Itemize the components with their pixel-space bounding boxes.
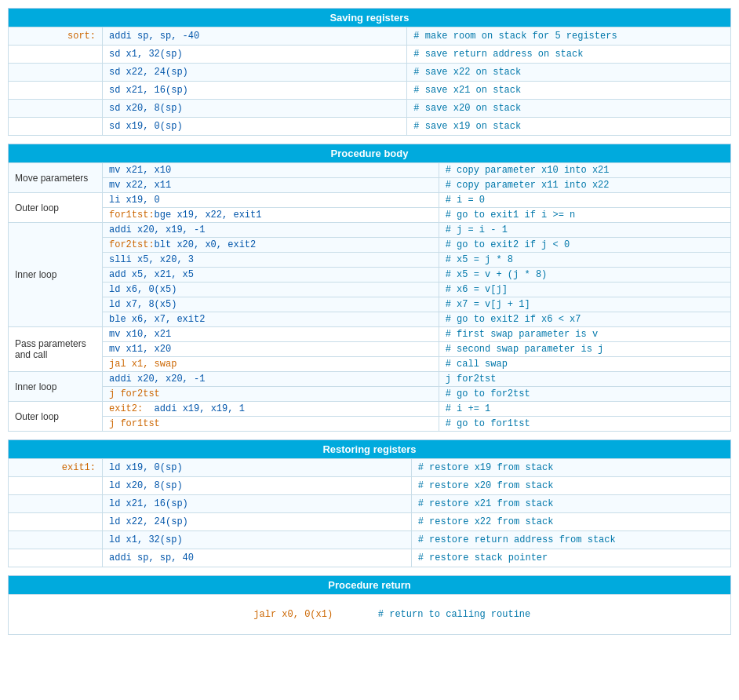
labeled-row: slli x5, x20, 3# x5 = j * 8 (9, 253, 731, 268)
row-label (9, 513, 103, 531)
code-row: ld x21, 16(sp)# restore x21 from stack (9, 495, 731, 513)
labeled-row: for1tst:bge x19, x22, exit1# go to exit1… (9, 208, 731, 223)
row-code: addi sp, sp, -40 (103, 27, 407, 46)
row-code: mv x21, x10 (103, 163, 439, 178)
row-comment: # i += 1 (439, 402, 730, 417)
labeled-row: Outer loopli x19, 0# i = 0 (9, 193, 731, 208)
labeled-row: Outer loopexit2: addi x19, x19, 1# i += … (9, 402, 731, 417)
code-row: ld x1, 32(sp)# restore return address fr… (9, 531, 731, 549)
code-row: ld x22, 24(sp)# restore x22 from stack (9, 513, 731, 531)
labeled-row: mv x22, x11# copy parameter x11 into x22 (9, 178, 731, 193)
labeled-row: mv x11, x20# second swap parameter is j (9, 342, 731, 357)
row-label (9, 549, 103, 567)
row-comment: j for2tst (439, 372, 730, 387)
row-code: sd x22, 24(sp) (103, 64, 407, 82)
section-header: Procedure return (9, 576, 731, 595)
labeled-row: Pass parametersand callmv x10, x21# firs… (9, 327, 731, 342)
row-comment: # call swap (439, 357, 730, 372)
row-comment: # save return address on stack (407, 46, 731, 64)
group-label: Outer loop (9, 193, 103, 223)
row-comment: # x5 = j * 8 (439, 253, 730, 268)
row-comment: # x7 = v[j + 1] (439, 297, 730, 312)
labeled-row: ld x7, 8(x5)# x7 = v[j + 1] (9, 297, 731, 312)
row-label (9, 477, 103, 495)
section-table: Saving registerssort:addi sp, sp, -40# m… (8, 8, 731, 136)
row-comment: # copy parameter x11 into x22 (439, 178, 730, 193)
row-code: addi x20, x19, -1 (103, 223, 439, 238)
row-comment: # i = 0 (439, 193, 730, 208)
labeled-row: Inner loopaddi x20, x20, -1j for2tst (9, 372, 731, 387)
row-code: slli x5, x20, 3 (103, 253, 439, 268)
row-code: sd x1, 32(sp) (103, 46, 407, 64)
code-row: addi sp, sp, 40# restore stack pointer (9, 549, 731, 567)
row-label (9, 46, 103, 64)
section-header: Restoring registers (9, 440, 731, 459)
labeled-row: jal x1, swap# call swap (9, 357, 731, 372)
row-code: add x5, x21, x5 (103, 268, 439, 283)
group-label: Pass parametersand call (9, 327, 103, 372)
labeled-row: j for2tst# go to for2tst (9, 387, 731, 402)
row-code: for1tst:bge x19, x22, exit1 (103, 208, 439, 223)
row-code: mv x11, x20 (103, 342, 439, 357)
labeled-row: for2tst:blt x20, x0, exit2# go to exit2 … (9, 238, 731, 253)
section-table: Procedure return jalr x0, 0(x1) # return… (8, 575, 731, 635)
row-comment: # restore x21 from stack (411, 495, 730, 513)
row-label (9, 118, 103, 136)
row-comment: # first swap parameter is v (439, 327, 730, 342)
section-header: Saving registers (9, 9, 731, 27)
code-row: ld x20, 8(sp)# restore x20 from stack (9, 477, 731, 495)
row-comment: # second swap parameter is j (439, 342, 730, 357)
labeled-row: ld x6, 0(x5)# x6 = v[j] (9, 283, 731, 297)
row-code: for2tst:blt x20, x0, exit2 (103, 238, 439, 253)
row-comment: # go to exit2 if x6 < x7 (439, 312, 730, 327)
section-table: Restoring registersexit1:ld x19, 0(sp)# … (8, 439, 731, 567)
row-comment: # save x22 on stack (407, 64, 731, 82)
row-label (9, 100, 103, 118)
code-row: sd x1, 32(sp)# save return address on st… (9, 46, 731, 64)
code-row: sd x20, 8(sp)# save x20 on stack (9, 100, 731, 118)
row-code: sd x19, 0(sp) (103, 118, 407, 136)
row-code: ld x21, 16(sp) (103, 495, 412, 513)
row-comment: # restore x22 from stack (411, 513, 730, 531)
row-comment: # save x19 on stack (407, 118, 731, 136)
labeled-row: Inner loopaddi x20, x19, -1# j = i - 1 (9, 223, 731, 238)
labeled-row: add x5, x21, x5# x5 = v + (j * 8) (9, 268, 731, 283)
code-row: sd x21, 16(sp)# save x21 on stack (9, 82, 731, 100)
row-comment: # restore stack pointer (411, 549, 730, 567)
row-code: exit2: addi x19, x19, 1 (103, 402, 439, 417)
row-comment: # j = i - 1 (439, 223, 730, 238)
row-code: ld x19, 0(sp) (103, 459, 412, 477)
row-comment: # restore x20 from stack (411, 477, 730, 495)
row-code: sd x21, 16(sp) (103, 82, 407, 100)
row-code: j for2tst (103, 387, 439, 402)
row-comment: # restore return address from stack (411, 531, 730, 549)
row-code: addi x20, x20, -1 (103, 372, 439, 387)
labeled-row: j for1tst# go to for1tst (9, 417, 731, 432)
row-comment: # restore x19 from stack (411, 459, 730, 477)
row-comment: # go to for1tst (439, 417, 730, 432)
row-comment: # x6 = v[j] (439, 283, 730, 297)
row-comment: # make room on stack for 5 registers (407, 27, 731, 46)
row-code: jal x1, swap (103, 357, 439, 372)
code-row: sd x19, 0(sp)# save x19 on stack (9, 118, 731, 136)
row-code: ble x6, x7, exit2 (103, 312, 439, 327)
group-label: Move parameters (9, 163, 103, 193)
row-label (9, 82, 103, 100)
code-row: sort:addi sp, sp, -40# make room on stac… (9, 27, 731, 46)
code-row: sd x22, 24(sp)# save x22 on stack (9, 64, 731, 82)
row-code: ld x20, 8(sp) (103, 477, 412, 495)
row-label: sort: (9, 27, 103, 46)
row-code: mv x22, x11 (103, 178, 439, 193)
section-table: Procedure bodyMove parametersmv x21, x10… (8, 144, 731, 432)
row-comment: # x5 = v + (j * 8) (439, 268, 730, 283)
row-code: ld x6, 0(x5) (103, 283, 439, 297)
row-code: ld x7, 8(x5) (103, 297, 439, 312)
labeled-row: Move parametersmv x21, x10# copy paramet… (9, 163, 731, 178)
group-label: Inner loop (9, 372, 103, 402)
labeled-row: ble x6, x7, exit2# go to exit2 if x6 < x… (9, 312, 731, 327)
row-comment: # go to for2tst (439, 387, 730, 402)
row-code: addi sp, sp, 40 (103, 549, 412, 567)
code-row: jalr x0, 0(x1) # return to calling routi… (9, 595, 731, 635)
row-label (9, 495, 103, 513)
row-comment: # save x20 on stack (407, 100, 731, 118)
